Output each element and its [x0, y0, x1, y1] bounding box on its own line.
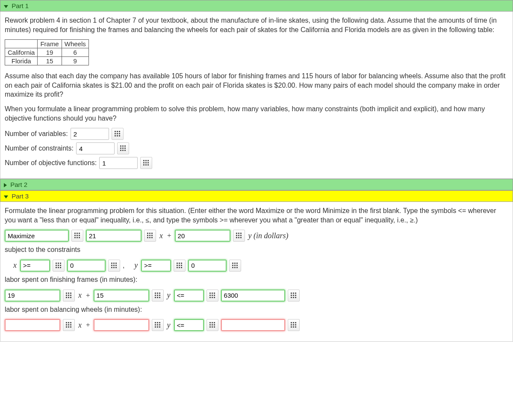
- svg-rect-96: [66, 297, 67, 298]
- keypad-button[interactable]: [206, 290, 218, 302]
- input-obj-coef-x[interactable]: [86, 230, 142, 242]
- svg-rect-93: [66, 295, 67, 296]
- keypad-button[interactable]: [288, 319, 300, 331]
- keypad-button[interactable]: [71, 230, 83, 242]
- svg-rect-102: [155, 295, 156, 296]
- svg-rect-139: [157, 324, 158, 325]
- svg-rect-131: [70, 324, 71, 325]
- svg-rect-82: [234, 263, 236, 264]
- svg-rect-155: [295, 322, 296, 323]
- plus-op: +: [85, 321, 91, 329]
- svg-rect-3: [115, 133, 116, 134]
- input-num-cons[interactable]: [76, 142, 115, 154]
- svg-rect-17: [124, 150, 126, 151]
- input-num-obj[interactable]: [99, 157, 138, 169]
- svg-rect-154: [293, 322, 294, 323]
- svg-rect-72: [177, 263, 178, 264]
- keypad-button[interactable]: [288, 290, 300, 302]
- part2-header[interactable]: Part 2: [0, 179, 513, 190]
- svg-rect-127: [68, 322, 69, 323]
- svg-rect-145: [212, 322, 213, 323]
- svg-rect-138: [155, 324, 156, 325]
- part1-header[interactable]: Part 1: [0, 0, 513, 12]
- keypad-button[interactable]: [174, 260, 186, 272]
- input-frame-op[interactable]: [174, 290, 204, 302]
- svg-rect-148: [212, 324, 213, 325]
- svg-rect-123: [291, 297, 292, 298]
- svg-rect-135: [155, 322, 156, 323]
- keypad-button[interactable]: [117, 142, 129, 154]
- input-x-nonneg-rhs[interactable]: [67, 260, 106, 272]
- row-california: California: [5, 48, 38, 57]
- svg-rect-60: [56, 267, 57, 268]
- keypad-button[interactable]: [53, 260, 65, 272]
- svg-rect-75: [177, 265, 178, 266]
- svg-rect-120: [291, 295, 292, 296]
- svg-rect-21: [143, 162, 144, 163]
- svg-rect-146: [214, 322, 215, 323]
- input-frame-coef-y[interactable]: [94, 290, 149, 302]
- keypad-button[interactable]: [152, 319, 164, 331]
- svg-rect-62: [60, 267, 61, 268]
- part3-header[interactable]: Part 3: [0, 190, 513, 202]
- svg-rect-38: [151, 233, 153, 234]
- svg-rect-119: [295, 293, 296, 294]
- svg-rect-39: [147, 235, 148, 236]
- svg-rect-137: [159, 322, 160, 323]
- input-x-nonneg-op[interactable]: [20, 260, 50, 272]
- svg-rect-99: [155, 293, 156, 294]
- keypad-button[interactable]: [108, 260, 120, 272]
- svg-rect-107: [159, 297, 160, 298]
- input-num-vars[interactable]: [71, 128, 109, 140]
- keypad-button[interactable]: [140, 157, 152, 169]
- svg-rect-49: [238, 235, 239, 236]
- svg-rect-50: [240, 235, 242, 236]
- svg-rect-28: [77, 233, 78, 234]
- svg-rect-133: [68, 326, 69, 328]
- input-wheels-coef-x[interactable]: [5, 319, 60, 331]
- input-wheels-op[interactable]: [174, 319, 204, 331]
- obj-tail: y (in dollars): [248, 231, 289, 240]
- input-obj-coef-y[interactable]: [175, 230, 230, 242]
- svg-rect-68: [115, 265, 117, 266]
- svg-rect-112: [212, 295, 213, 296]
- var-y: y: [166, 291, 171, 300]
- svg-rect-7: [117, 135, 118, 136]
- svg-rect-51: [236, 237, 237, 238]
- keypad-button[interactable]: [112, 128, 124, 140]
- svg-rect-121: [293, 295, 294, 296]
- input-objective-word[interactable]: [5, 230, 69, 242]
- svg-rect-63: [111, 263, 112, 264]
- svg-rect-81: [232, 263, 233, 264]
- svg-rect-106: [157, 297, 158, 298]
- keypad-button[interactable]: [152, 290, 164, 302]
- input-y-nonneg-rhs[interactable]: [188, 260, 227, 272]
- plus-op: +: [85, 291, 91, 300]
- svg-rect-113: [214, 295, 215, 296]
- input-y-nonneg-op[interactable]: [141, 260, 171, 272]
- svg-rect-108: [209, 293, 211, 294]
- input-frame-coef-x[interactable]: [5, 290, 60, 302]
- svg-rect-30: [74, 235, 76, 236]
- svg-rect-71: [115, 267, 117, 268]
- input-wheels-coef-y[interactable]: [94, 319, 149, 331]
- svg-rect-88: [234, 267, 236, 268]
- svg-rect-61: [58, 267, 59, 268]
- keypad-button[interactable]: [229, 260, 241, 272]
- svg-rect-20: [147, 160, 149, 161]
- svg-rect-46: [238, 233, 239, 234]
- input-wheels-rhs[interactable]: [221, 319, 285, 331]
- label-num-obj: Number of objective functions:: [5, 159, 97, 167]
- keypad-button[interactable]: [144, 230, 156, 242]
- keypad-button[interactable]: [206, 319, 218, 331]
- svg-rect-18: [143, 160, 144, 161]
- label-num-vars: Number of variables:: [5, 130, 68, 138]
- keypad-button[interactable]: [63, 290, 75, 302]
- keypad-button[interactable]: [233, 230, 245, 242]
- svg-rect-100: [157, 293, 158, 294]
- svg-rect-143: [159, 326, 160, 328]
- input-frame-rhs[interactable]: [221, 290, 285, 302]
- svg-rect-114: [209, 297, 211, 298]
- svg-rect-55: [58, 263, 59, 264]
- keypad-button[interactable]: [63, 319, 75, 331]
